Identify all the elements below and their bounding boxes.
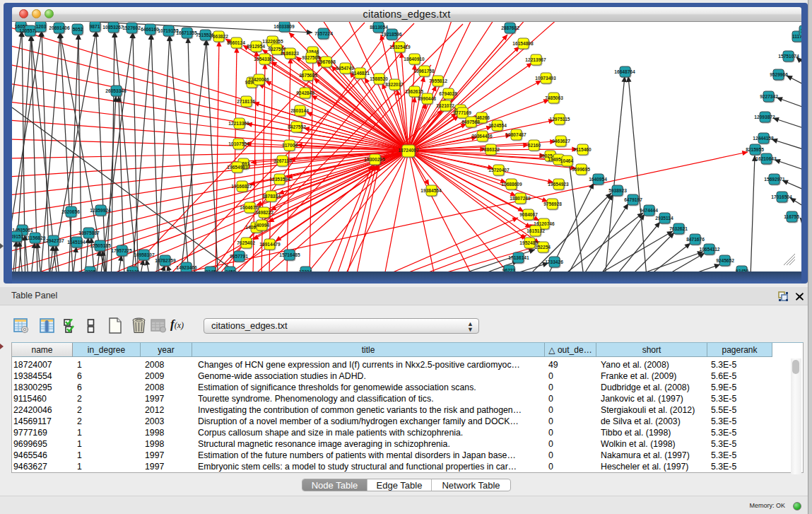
svg-text:15136141: 15136141 <box>508 255 529 260</box>
svg-text:2718176: 2718176 <box>237 99 255 104</box>
svg-text:1527602: 1527602 <box>122 25 141 30</box>
svg-text:12359924: 12359924 <box>90 208 111 213</box>
svg-text:8878334: 8878334 <box>262 194 281 199</box>
svg-text:17957225: 17957225 <box>111 248 132 253</box>
svg-text:6497568: 6497568 <box>461 119 480 124</box>
svg-text:1588520: 1588520 <box>370 76 388 81</box>
svg-text:9657791: 9657791 <box>230 254 248 259</box>
svg-text:8454749: 8454749 <box>336 66 354 71</box>
svg-text:9227342: 9227342 <box>760 94 778 99</box>
svg-text:16033809: 16033809 <box>273 24 295 29</box>
svg-text:1733426: 1733426 <box>545 259 563 264</box>
svg-text:13975887: 13975887 <box>78 230 100 235</box>
svg-text:7625402: 7625402 <box>237 240 255 245</box>
svg-text:20364436: 20364436 <box>471 134 493 139</box>
svg-text:10654112: 10654112 <box>700 247 720 252</box>
svg-text:8322037: 8322037 <box>385 82 404 87</box>
svg-text:16210643: 16210643 <box>755 156 777 161</box>
svg-text:3498222: 3498222 <box>255 210 273 215</box>
svg-text:10961758: 10961758 <box>413 69 435 74</box>
svg-text:7357224: 7357224 <box>314 31 333 36</box>
svg-text:19384554: 19384554 <box>420 188 442 193</box>
svg-text:12353594: 12353594 <box>269 177 290 182</box>
svg-text:6479197: 6479197 <box>624 197 642 202</box>
svg-text:5052: 5052 <box>73 27 83 32</box>
svg-text:9777169: 9777169 <box>453 110 471 115</box>
svg-text:2967608: 2967608 <box>317 59 336 64</box>
svg-text:7663822: 7663822 <box>210 34 228 39</box>
svg-text:77120: 77120 <box>126 269 140 271</box>
svg-text:2450: 2450 <box>225 269 236 271</box>
svg-text:2020656: 2020656 <box>61 209 80 214</box>
svg-text:9474444: 9474444 <box>640 208 658 213</box>
svg-text:3675685: 3675685 <box>299 73 317 78</box>
svg-text:1203: 1203 <box>36 24 47 29</box>
svg-text:116755: 116755 <box>784 214 799 219</box>
svg-text:15692971: 15692971 <box>764 177 785 182</box>
svg-text:7632621: 7632621 <box>669 226 688 231</box>
svg-text:9245652: 9245652 <box>716 258 734 263</box>
svg-text:62160: 62160 <box>528 143 541 148</box>
svg-text:8990448: 8990448 <box>418 96 436 101</box>
svg-text:7485063: 7485063 <box>545 95 563 100</box>
svg-text:9871: 9871 <box>90 24 100 29</box>
svg-text:16782759: 16782759 <box>155 258 176 263</box>
svg-text:18807249: 18807249 <box>510 196 531 201</box>
svg-text:12444158: 12444158 <box>753 136 774 141</box>
svg-text:317004: 317004 <box>282 143 298 148</box>
svg-text:15716485: 15716485 <box>279 252 300 257</box>
svg-text:140994: 140994 <box>254 223 269 228</box>
svg-text:10464: 10464 <box>560 158 574 163</box>
svg-text:8912954: 8912954 <box>247 44 265 49</box>
svg-text:13226055: 13226055 <box>262 39 283 44</box>
svg-text:19218596: 19218596 <box>381 32 402 37</box>
svg-text:19654983: 19654983 <box>227 165 248 170</box>
svg-text:8427552: 8427552 <box>288 124 306 129</box>
svg-text:12213967: 12213967 <box>525 57 546 62</box>
svg-text:10543362: 10543362 <box>254 57 275 62</box>
svg-text:9756928: 9756928 <box>543 201 562 206</box>
svg-text:16046736: 16046736 <box>240 205 261 210</box>
svg-text:2803144: 2803144 <box>290 108 309 113</box>
svg-text:16671355: 16671355 <box>176 30 197 35</box>
svg-text:1615132: 1615132 <box>526 228 545 233</box>
svg-text:5938923: 5938923 <box>608 188 627 193</box>
svg-text:12942737: 12942737 <box>43 238 64 243</box>
svg-text:12213369: 12213369 <box>228 121 249 126</box>
svg-text:8660124: 8660124 <box>227 40 245 45</box>
svg-text:2935114: 2935114 <box>655 216 673 221</box>
svg-text:96223: 96223 <box>502 268 516 271</box>
svg-text:3267110: 3267110 <box>273 158 292 163</box>
svg-text:17334: 17334 <box>299 269 312 271</box>
svg-text:252254: 252254 <box>535 245 551 250</box>
svg-text:1621072: 1621072 <box>436 103 454 108</box>
svg-text:14923466: 14923466 <box>176 265 197 270</box>
svg-text:6794028: 6794028 <box>439 91 457 96</box>
svg-text:12093872: 12093872 <box>754 115 775 119</box>
svg-text:1640954: 1640954 <box>589 177 607 182</box>
svg-text:9084067: 9084067 <box>519 212 538 217</box>
svg-text:1362615: 1362615 <box>405 89 423 94</box>
svg-text:3624554: 3624554 <box>488 123 507 128</box>
svg-text:19166827: 19166827 <box>231 184 252 189</box>
svg-text:7955812: 7955812 <box>429 78 447 83</box>
svg-text:8813054: 8813054 <box>370 25 388 30</box>
svg-text:15751074: 15751074 <box>778 54 799 59</box>
svg-text:10807487: 10807487 <box>505 132 526 137</box>
svg-text:9529966: 9529966 <box>770 72 788 77</box>
svg-text:9699695: 9699695 <box>572 167 590 172</box>
svg-text:8186323: 8186323 <box>281 51 299 56</box>
svg-text:1145194: 1145194 <box>67 240 86 245</box>
svg-text:3395: 3395 <box>86 269 96 271</box>
svg-text:10107554: 10107554 <box>228 141 249 146</box>
svg-text:16648764: 16648764 <box>614 69 635 74</box>
svg-text:92450: 92450 <box>736 269 749 271</box>
svg-text:18640910: 18640910 <box>404 57 425 62</box>
svg-text:6466160: 6466160 <box>141 27 159 32</box>
svg-text:111: 111 <box>801 28 801 33</box>
svg-text:9146821: 9146821 <box>351 71 370 76</box>
svg-text:10973493: 10973493 <box>535 76 556 81</box>
svg-text:2887682: 2887682 <box>501 25 519 30</box>
svg-text:18724007: 18724007 <box>398 148 419 153</box>
svg-text:20691406: 20691406 <box>49 25 70 30</box>
